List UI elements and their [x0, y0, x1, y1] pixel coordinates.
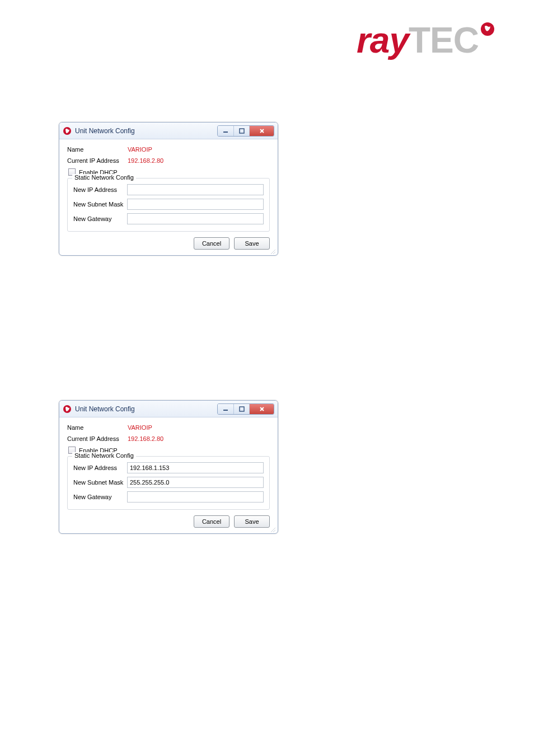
svg-rect-3 — [240, 129, 244, 133]
new-mask-input[interactable] — [127, 199, 264, 210]
maximize-button[interactable] — [233, 126, 249, 136]
titlebar[interactable]: Unit Network Config — [59, 401, 278, 417]
new-ip-label: New IP Address — [73, 186, 127, 193]
new-mask-label: New Subnet Mask — [73, 479, 127, 486]
name-label: Name — [67, 424, 128, 431]
unit-network-config-window: Unit Network Config Name VARIOIP Current… — [59, 122, 278, 256]
fieldset-legend: Static Network Config — [72, 174, 136, 181]
svg-rect-6 — [240, 407, 244, 411]
current-ip-value: 192.168.2.80 — [128, 435, 163, 442]
window-title: Unit Network Config — [75, 127, 217, 135]
minimize-button[interactable] — [218, 404, 233, 414]
raytec-logo: rayTEC — [357, 20, 495, 61]
new-ip-input[interactable] — [127, 184, 264, 195]
new-gateway-label: New Gateway — [73, 215, 127, 222]
window-title: Unit Network Config — [75, 405, 217, 413]
titlebar[interactable]: Unit Network Config — [59, 123, 278, 139]
static-network-config-group: Static Network Config New IP Address New… — [67, 456, 270, 510]
logo-tec: TEC — [409, 20, 479, 60]
current-ip-label: Current IP Address — [67, 435, 128, 442]
resize-grip-icon[interactable] — [270, 247, 277, 254]
svg-rect-5 — [223, 410, 228, 411]
name-value: VARIOIP — [128, 424, 152, 431]
current-ip-value: 192.168.2.80 — [128, 157, 163, 164]
fieldset-legend: Static Network Config — [72, 452, 136, 459]
new-gateway-input[interactable] — [127, 491, 264, 503]
close-button[interactable] — [249, 126, 274, 136]
current-ip-label: Current IP Address — [67, 157, 128, 164]
maximize-button[interactable] — [233, 404, 249, 414]
name-value: VARIOIP — [128, 146, 152, 153]
save-button[interactable]: Save — [234, 515, 270, 528]
svg-rect-2 — [223, 132, 228, 133]
close-button[interactable] — [249, 404, 274, 414]
save-button[interactable]: Save — [234, 237, 270, 250]
new-gateway-input[interactable] — [127, 213, 264, 224]
window-controls — [217, 125, 274, 137]
new-ip-label: New IP Address — [73, 464, 127, 471]
unit-network-config-window: Unit Network Config Name VARIOIP Current… — [59, 400, 278, 534]
new-gateway-label: New Gateway — [73, 494, 127, 500]
new-mask-input[interactable] — [127, 477, 264, 488]
new-mask-label: New Subnet Mask — [73, 201, 127, 208]
minimize-button[interactable] — [218, 126, 233, 136]
app-icon — [63, 126, 72, 135]
cancel-button[interactable]: Cancel — [194, 237, 229, 250]
window-controls — [217, 403, 274, 415]
cancel-button[interactable]: Cancel — [194, 515, 229, 528]
app-icon — [63, 405, 72, 414]
resize-grip-icon[interactable] — [270, 525, 277, 532]
name-label: Name — [67, 146, 128, 153]
logo-badge-icon — [480, 22, 495, 39]
logo-ray: ray — [357, 20, 409, 60]
new-ip-input[interactable] — [127, 462, 264, 473]
static-network-config-group: Static Network Config New IP Address New… — [67, 178, 270, 232]
